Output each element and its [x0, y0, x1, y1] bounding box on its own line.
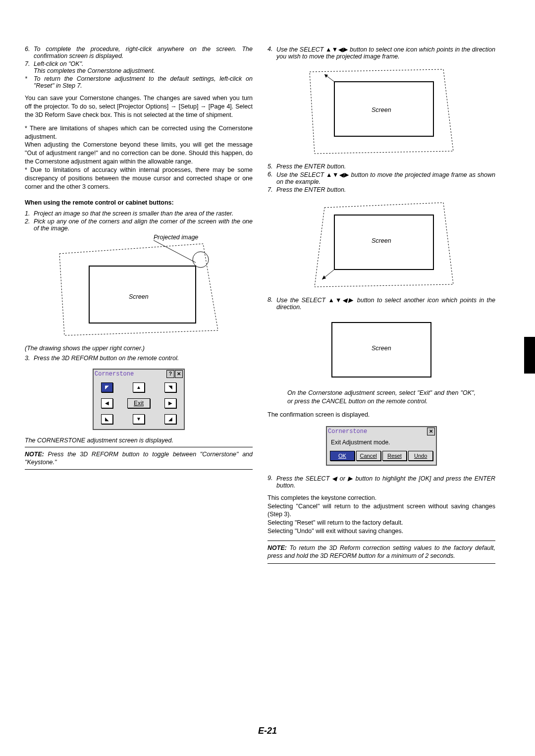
side-tab — [524, 337, 535, 374]
arrow-down-button[interactable]: ▼ — [133, 414, 145, 424]
step-7-line2: This completes the Cornerstone adjustmen… — [34, 67, 155, 74]
exit-dialog-message: Exit Adjustment mode. — [327, 436, 436, 449]
cornerstone-dialog-title: Cornerstone — [95, 371, 166, 378]
exit-button[interactable]: Exit — [127, 398, 150, 408]
note-2-text: To return the 3D Reform correction setti… — [268, 544, 495, 559]
arrow-downleft-button[interactable]: ◣ — [101, 414, 113, 424]
para-complete: This completes the keystone correction. … — [268, 494, 495, 536]
figure1-caption: (The drawing shows the upper right corne… — [25, 345, 253, 352]
note-1-text: Press the 3D REFORM button to toggle bet… — [25, 451, 253, 466]
arrow-right-button[interactable]: ▶ — [164, 398, 176, 408]
two-column-layout: 6. To complete the procedure, right-clic… — [25, 45, 510, 567]
exit-close-icon[interactable]: ✕ — [427, 428, 435, 435]
remote-step-4: 4. Use the SELECT ▲▼◀▶ button to select … — [268, 46, 495, 60]
arrow-upleft-button[interactable]: ◤ — [101, 382, 113, 392]
figure-step7: Screen — [307, 200, 456, 289]
remote-step-7: 7. Press the ENTER button. — [268, 186, 495, 193]
screen-label-2: Screen — [372, 107, 391, 113]
arrow-upright-button[interactable]: ◥ — [164, 382, 176, 392]
exit-dialog: Cornerstone ✕ Exit Adjustment mode. OK C… — [326, 426, 437, 466]
page-number: E-21 — [0, 726, 535, 736]
reset-button[interactable]: Reset — [382, 451, 407, 461]
remote-step-5: 5. Press the ENTER button. — [268, 163, 495, 170]
close-icon[interactable]: ✕ — [175, 370, 183, 378]
cornerstone-arrow-grid: ◤ ▲ ◥ ◀ Exit ▶ ◣ ▼ ◢ — [94, 378, 184, 429]
step-6: 6. To complete the procedure, right-clic… — [25, 46, 253, 59]
step-star: * To return the Cornerstone adjustment t… — [25, 75, 253, 89]
svg-line-3 — [154, 240, 196, 263]
right-column: 4. Use the SELECT ▲▼◀▶ button to select … — [268, 45, 495, 567]
cornerstone-dialog: Cornerstone ? ✕ ◤ ▲ ◥ ◀ Exit ▶ ◣ ▼ ◢ — [93, 369, 185, 430]
note2-rule-top — [268, 540, 495, 541]
confirmation-line: The confirmation screen is displayed. — [268, 411, 495, 419]
undo-button[interactable]: Undo — [408, 451, 433, 461]
note1-rule-bottom — [25, 469, 253, 470]
help-icon[interactable]: ? — [166, 370, 174, 378]
remote-step-1: 1. Project an image so that the screen i… — [25, 210, 253, 217]
screen-label: Screen — [129, 293, 149, 300]
page: 6. To complete the procedure, right-clic… — [0, 0, 535, 756]
step-7-line1: Left-click on "OK". — [34, 60, 84, 67]
remote-step-6: 6. Use the SELECT ▲▼◀▶ button to move th… — [268, 171, 495, 185]
cornerstone-dialog-caption: The CORNERSTONE adjustment screen is dis… — [25, 437, 253, 444]
figure-projected-image: Screen Projected image — [54, 239, 223, 338]
figure-step4: Screen — [307, 67, 456, 156]
remote-step-9: 9. Press the SELECT ◀ or ▶ button to hig… — [268, 475, 495, 489]
projected-image-label: Projected image — [154, 234, 198, 241]
left-column: 6. To complete the procedure, right-clic… — [25, 45, 253, 567]
remote-control-heading: When using the remote control or cabinet… — [25, 199, 253, 206]
screen-label-3: Screen — [372, 237, 391, 244]
remote-step-2: 2. Pick up any one of the corners and al… — [25, 218, 253, 232]
para-limits: * There are limitations of shapes which … — [25, 124, 253, 191]
note1-rule-top — [25, 447, 253, 447]
cornerstone-dialog-titlebar: Cornerstone ? ✕ — [94, 370, 184, 378]
arrow-left-button[interactable]: ◀ — [101, 398, 113, 408]
exit-instruction: On the Cornerstone adjustment screen, se… — [287, 389, 476, 406]
exit-dialog-buttons: OK Cancel Reset Undo — [327, 449, 436, 465]
exit-dialog-title: Cornerstone — [328, 428, 427, 435]
exit-dialog-titlebar: Cornerstone ✕ — [327, 427, 436, 436]
figure-step8: Screen — [327, 318, 436, 382]
step-7: 7. Left-click on "OK". This completes th… — [25, 60, 253, 74]
arrow-up-button[interactable]: ▲ — [133, 382, 145, 392]
para-save: You can save your Cornerstone changes. T… — [25, 94, 253, 119]
arrow-downright-button[interactable]: ◢ — [164, 414, 176, 424]
remote-step-3: 3. Press the 3D REFORM button on the rem… — [25, 355, 253, 362]
note2-rule-bottom — [268, 563, 495, 564]
svg-marker-11 — [322, 275, 326, 279]
note-2: NOTE: To return the 3D Reform correction… — [268, 544, 495, 560]
svg-marker-0 — [59, 244, 218, 335]
ok-button[interactable]: OK — [330, 451, 355, 461]
note-1: NOTE: Press the 3D REFORM button to togg… — [25, 450, 253, 467]
svg-marker-7 — [324, 74, 328, 78]
remote-step-8: 8. Use the SELECT ▲▼◀▶ button to select … — [268, 296, 495, 311]
svg-point-2 — [193, 252, 209, 268]
screen-label-4: Screen — [372, 345, 391, 352]
cancel-button[interactable]: Cancel — [356, 451, 381, 461]
